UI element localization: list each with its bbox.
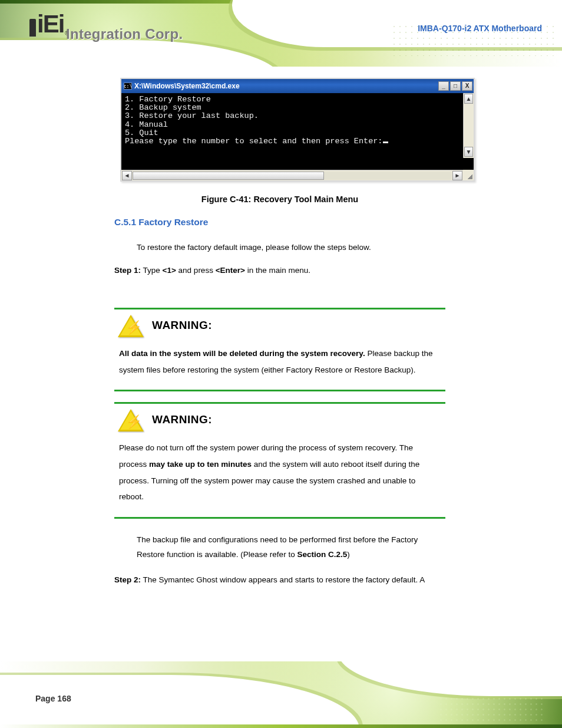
scroll-thumb[interactable] [133,172,324,180]
warning-1-body: All data in the system will be deleted d… [114,340,445,390]
cmd-line-5: 5. Quit [125,129,158,137]
intro-text: To restore the factory default image, pl… [137,241,445,255]
document-title: IMBA-Q170-i2 ATX Motherboard [418,24,542,33]
cursor-icon [383,141,388,143]
step-1-key: <1> [163,266,176,275]
step-2-lead-a: The backup file and configurations need … [137,535,418,559]
close-button[interactable]: X [462,81,472,91]
vertical-scrollbar[interactable]: ▲ ▼ [463,93,474,158]
logo: iEi ® [29,12,70,37]
cmd-line-2: 2. Backup system [125,103,201,112]
page-number: Page 168 [35,694,71,703]
step-2: Step 2: The Symantec Ghost window appear… [114,573,445,588]
footer-curve-upper [338,661,562,696]
divider [114,517,445,519]
warning-icon: ⚡ [118,409,146,433]
warning-title: WARNING: [152,314,212,332]
step-1-label: Step 1: [114,266,141,275]
cmd-icon: c:\ [124,83,132,90]
minimize-button[interactable]: _ [438,81,449,91]
step-1-text-a: Type [143,266,163,275]
step-1-text-c: in the main menu. [245,266,310,275]
scroll-right-icon[interactable]: ► [452,171,462,180]
maximize-button[interactable]: □ [450,81,461,91]
warning-icon: ⚡ [118,315,146,338]
step-1-enter: <Enter> [216,266,245,275]
cmd-title: X:\Windows\System32\cmd.exe [134,82,438,90]
warning-2-em: may take up to ten minutes [149,460,252,469]
cmd-line-4: 4. Manual [125,120,168,129]
horizontal-scrollbar[interactable]: ◄ ► [121,170,463,180]
scroll-track[interactable] [133,172,452,180]
step-1: Step 1: Type <1> and press <Enter> in th… [114,263,445,278]
cmd-prompt: Please type the number to select and the… [125,137,382,146]
step-2-lead-b: ) [347,550,350,559]
logo-bars-icon [29,19,36,37]
step-2-ref: Section C.2.5 [297,550,347,559]
step-2-text: The Symantec Ghost window appears and st… [143,575,425,584]
footer-banner [0,661,562,728]
scroll-up-icon[interactable]: ▲ [464,94,473,104]
step-2-label: Step 2: [114,575,141,584]
window-buttons: _ □ X [438,81,474,91]
cmd-line-3: 3. Restore your last backup. [125,111,259,120]
step-1-text-b: and press [176,266,216,275]
header-curve-lower [0,40,283,67]
cmd-window: c:\ X:\Windows\System32\cmd.exe _ □ X 1.… [120,78,475,182]
step-2-block: The backup file and configurations need … [114,533,445,588]
warning-1-lead: All data in the system will be deleted d… [119,349,365,358]
warning-block-2: ⚡ WARNING: Please do not turn off the sy… [114,404,445,517]
warning-title: WARNING: [152,409,212,426]
scroll-left-icon[interactable]: ◄ [122,171,132,180]
warning-2-body: Please do not turn off the system power … [114,434,445,517]
cmd-titlebar: c:\ X:\Windows\System32\cmd.exe _ □ X [121,79,474,93]
cmd-line-1: 1. Factory Restore [125,95,211,104]
resize-handle-icon[interactable] [463,170,474,180]
page-content: Figure C-41: Recovery Tool Main Menu C.5… [114,195,445,588]
scroll-down-icon[interactable]: ▼ [464,147,473,157]
cmd-output: 1. Factory Restore 2. Backup system 3. R… [121,93,474,170]
logo-tagline: Integration Corp. [66,26,183,42]
section-heading: C.5.1 Factory Restore [114,217,445,228]
logo-text: iEi [37,12,64,37]
warning-block-1: ⚡ WARNING: All data in the system will b… [114,309,445,390]
figure-caption: Figure C-41: Recovery Tool Main Menu [114,195,445,204]
step-2-lead: The backup file and configurations need … [137,533,445,562]
footer-dots [438,696,544,723]
